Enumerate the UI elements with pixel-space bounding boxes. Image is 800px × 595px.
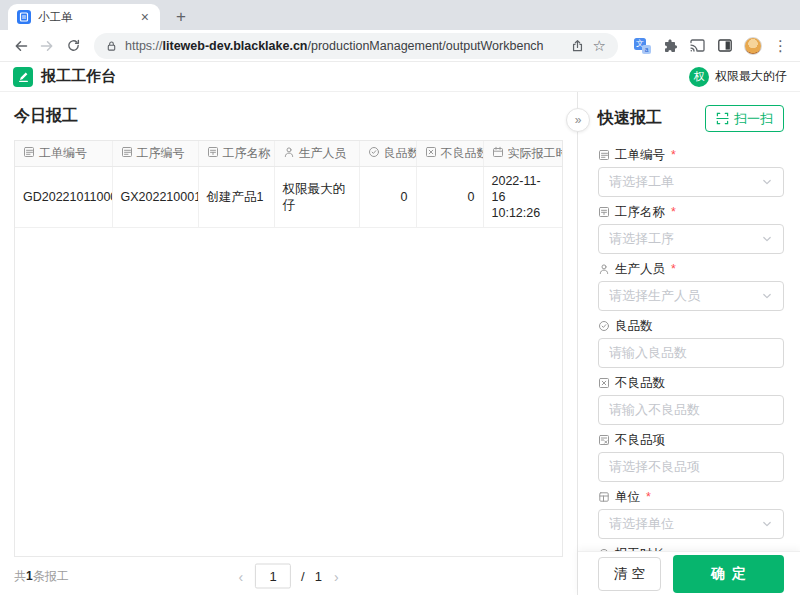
square-x-icon: [598, 377, 610, 389]
placeholder-text: 请输入良品数: [609, 344, 773, 362]
input-good_count[interactable]: 请输入良品数: [598, 338, 784, 368]
back-icon[interactable]: [8, 33, 34, 59]
placeholder-text: 请选择工单: [609, 173, 761, 191]
today-report-title: 今日报工: [0, 92, 577, 140]
select-work_order_no[interactable]: 请选择工单: [598, 167, 784, 197]
chevron-down-icon: [761, 233, 773, 245]
cell-producer: 权限最大的仔: [274, 167, 359, 228]
today-report-panel: 今日报工 工单编号工序编号工序名称生产人员良品数不良品数实际报工时间 GD202…: [0, 92, 578, 595]
chevron-down-icon: [761, 176, 773, 188]
field-defect_count: 不良品数请输入不良品数: [598, 375, 784, 425]
clear-button[interactable]: 清空: [598, 557, 661, 591]
total-count-text: 共1条报工: [14, 568, 69, 585]
report-table: 工单编号工序编号工序名称生产人员良品数不良品数实际报工时间 GD20221011…: [15, 141, 562, 228]
share-icon[interactable]: [570, 38, 585, 53]
collapse-panel-button[interactable]: »: [566, 108, 590, 132]
select-defect_items[interactable]: 请选择不良品项: [598, 452, 784, 482]
reload-icon[interactable]: [60, 33, 86, 59]
placeholder-text: 请选择工序: [609, 230, 761, 248]
browser-tab[interactable]: 小工单 ×: [8, 4, 160, 30]
address-bar[interactable]: https://liteweb-dev.blacklake.cn/product…: [94, 33, 618, 59]
field-defect_items: 不良品项请选择不良品项: [598, 432, 784, 482]
browser-toolbar: https://liteweb-dev.blacklake.cn/product…: [0, 30, 800, 62]
next-page-icon[interactable]: ›: [332, 569, 341, 583]
cell-work_order_no: GD202210110001: [15, 167, 112, 228]
cube-icon: [598, 491, 610, 503]
side-panel-icon[interactable]: [717, 38, 733, 53]
column-header-work_order_no: 工单编号: [15, 141, 112, 167]
field-label-defect_items: 不良品项: [598, 432, 784, 448]
toolbar-extensions-area: 文a ⋮: [626, 37, 792, 55]
calendar-icon: [492, 146, 504, 158]
new-tab-button[interactable]: +: [176, 8, 186, 25]
table-row[interactable]: GD202210110001GX202210001创建产品1权限最大的仔0020…: [15, 167, 562, 228]
quick-report-header: 快速报工 扫一扫: [578, 92, 800, 140]
field-label-defect_count: 不良品数: [598, 375, 784, 391]
doc-flag-icon: [207, 146, 219, 158]
profile-avatar[interactable]: [744, 37, 762, 55]
column-header-report_time: 实际报工时间: [483, 141, 562, 167]
quick-report-title: 快速报工: [598, 108, 662, 129]
person-icon: [283, 146, 295, 158]
page-input[interactable]: [255, 564, 291, 589]
required-asterisk: *: [646, 489, 651, 505]
field-label-producer: 生产人员*: [598, 261, 784, 277]
page-title: 报工工作台: [41, 67, 116, 86]
tab-favicon-icon: [17, 10, 31, 24]
placeholder-text: 请选择生产人员: [609, 287, 761, 305]
menu-dots-icon[interactable]: ⋮: [773, 38, 788, 53]
translate-icon[interactable]: 文a: [634, 38, 651, 54]
forward-icon[interactable]: [34, 33, 60, 59]
placeholder-text: 请选择不良品项: [609, 458, 773, 476]
prev-page-icon[interactable]: ‹: [236, 569, 245, 583]
column-header-process_name: 工序名称: [198, 141, 274, 167]
scan-icon: [716, 112, 729, 125]
field-work_order_no: 工单编号*请选择工单: [598, 147, 784, 197]
cell-process_name: 创建产品1: [198, 167, 274, 228]
report-table-container: 工单编号工序编号工序名称生产人员良品数不良品数实际报工时间 GD20221011…: [14, 140, 563, 557]
confirm-button[interactable]: 确定: [673, 555, 784, 593]
select-unit[interactable]: 请选择单位: [598, 509, 784, 539]
tab-close-icon[interactable]: ×: [139, 9, 151, 25]
cast-icon[interactable]: [689, 38, 706, 53]
doc-lines-icon: [23, 146, 35, 158]
select-process_name[interactable]: 请选择工序: [598, 224, 784, 254]
cell-process_no: GX202210001: [112, 167, 198, 228]
main-content: 今日报工 工单编号工序编号工序名称生产人员良品数不良品数实际报工时间 GD202…: [0, 92, 800, 595]
column-header-producer: 生产人员: [274, 141, 359, 167]
url-scheme: https://: [125, 39, 163, 53]
cell-good_count: 0: [359, 167, 416, 228]
user-menu[interactable]: 权 权限最大的仔: [689, 67, 787, 87]
quick-report-panel: 快速报工 扫一扫 工单编号*请选择工单工序名称*请选择工序生产人员*请选择生产人…: [578, 92, 800, 595]
app-header: 报工工作台 权 权限最大的仔: [0, 62, 800, 92]
app-logo-icon: [13, 67, 33, 87]
select-producer[interactable]: 请选择生产人员: [598, 281, 784, 311]
lock-icon: [106, 40, 117, 52]
required-asterisk: *: [671, 261, 676, 277]
quick-report-form: 工单编号*请选择工单工序名称*请选择工序生产人员*请选择生产人员良品数请输入良品…: [578, 140, 800, 551]
table-footer: 共1条报工 ‹ / 1 ›: [0, 557, 577, 595]
url-domain: liteweb-dev.blacklake.cn: [163, 39, 308, 53]
scan-button[interactable]: 扫一扫: [705, 105, 784, 132]
bookmark-star-icon[interactable]: ☆: [593, 38, 606, 53]
column-header-process_no: 工序编号: [112, 141, 198, 167]
user-avatar-badge: 权: [689, 67, 709, 87]
field-label-work_order_no: 工单编号*: [598, 147, 784, 163]
url-path: /productionManagement/outputWorkbench: [308, 39, 544, 53]
field-producer: 生产人员*请选择生产人员: [598, 261, 784, 311]
field-label-unit: 单位*: [598, 489, 784, 505]
tab-strip: 小工单 × +: [0, 0, 800, 30]
pagination: ‹ / 1 ›: [236, 564, 340, 589]
table-body: GD202210110001GX202210001创建产品1权限最大的仔0020…: [15, 167, 562, 228]
person-icon: [598, 263, 610, 275]
extensions-puzzle-icon[interactable]: [662, 38, 678, 54]
input-defect_count[interactable]: 请输入不良品数: [598, 395, 784, 425]
form-footer: 清空 确定: [578, 551, 800, 595]
doc-lines-icon: [121, 146, 133, 158]
cell-defect_count: 0: [416, 167, 483, 228]
cell-report_time: 2022-11-1610:12:26: [483, 167, 562, 228]
browser-window: 小工单 × + https://liteweb-dev.blacklake.cn…: [0, 0, 800, 595]
scan-button-label: 扫一扫: [734, 110, 773, 128]
chevron-down-icon: [761, 518, 773, 530]
required-asterisk: *: [671, 147, 676, 163]
